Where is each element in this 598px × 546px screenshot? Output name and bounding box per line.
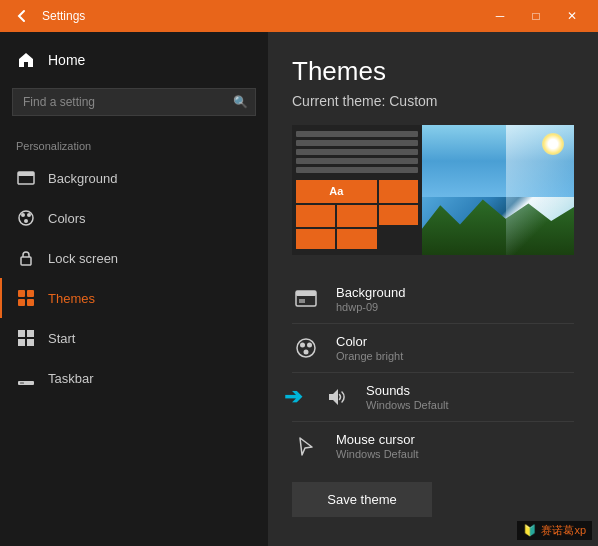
lock-screen-icon — [16, 248, 36, 268]
background-setting-item[interactable]: Background hdwp-09 — [292, 275, 574, 324]
svg-point-5 — [24, 219, 28, 223]
start-icon — [16, 328, 36, 348]
svg-rect-18 — [296, 291, 316, 296]
save-theme-button[interactable]: Save theme — [292, 482, 432, 517]
start-label: Start — [48, 331, 75, 346]
main-layout: Home 🔍 Personalization Background — [0, 32, 598, 546]
preview-tile-5 — [296, 229, 335, 249]
preview-line-2 — [296, 140, 418, 146]
preview-tile-1 — [379, 180, 418, 203]
minimize-button[interactable]: ─ — [484, 4, 516, 28]
content-area: Themes Current theme: Custom Aa — [268, 32, 598, 546]
titlebar-title: Settings — [42, 9, 484, 23]
svg-point-21 — [300, 343, 305, 348]
svg-rect-12 — [27, 330, 34, 337]
color-setting-title: Color — [336, 334, 574, 349]
sidebar-item-background[interactable]: Background — [0, 158, 268, 198]
color-setting-text: Color Orange bright — [336, 334, 574, 362]
preview-bg-image — [422, 125, 574, 255]
sounds-setting-text: Sounds Windows Default — [366, 383, 574, 411]
settings-list: Background hdwp-09 Color Orange bright — [292, 275, 574, 470]
svg-rect-10 — [27, 299, 34, 306]
theme-preview: Aa — [292, 125, 574, 255]
sidebar: Home 🔍 Personalization Background — [0, 32, 268, 546]
search-box: 🔍 — [12, 88, 256, 116]
svg-rect-1 — [18, 172, 34, 176]
taskbar-label: Taskbar — [48, 371, 94, 386]
maximize-button[interactable]: □ — [520, 4, 552, 28]
preview-line-1 — [296, 131, 418, 137]
mouse-cursor-setting-title: Mouse cursor — [336, 432, 574, 447]
sounds-setting-item[interactable]: ➔ Sounds Windows Default — [292, 373, 574, 422]
sounds-setting-icon — [322, 383, 350, 411]
svg-point-3 — [21, 213, 25, 217]
sidebar-item-home[interactable]: Home — [0, 40, 268, 80]
preview-line-5 — [296, 167, 418, 173]
preview-left-panel: Aa — [292, 125, 422, 255]
taskbar-icon — [16, 368, 36, 388]
color-setting-subtitle: Orange bright — [336, 350, 574, 362]
color-setting-item[interactable]: Color Orange bright — [292, 324, 574, 373]
home-label: Home — [48, 52, 85, 68]
search-icon: 🔍 — [233, 95, 248, 109]
background-setting-subtitle: hdwp-09 — [336, 301, 574, 313]
window-controls: ─ □ ✕ — [484, 4, 588, 28]
mouse-cursor-setting-item[interactable]: Mouse cursor Windows Default — [292, 422, 574, 470]
sidebar-item-colors[interactable]: Colors — [0, 198, 268, 238]
themes-label: Themes — [48, 291, 95, 306]
svg-rect-19 — [299, 299, 305, 303]
preview-line-4 — [296, 158, 418, 164]
colors-icon — [16, 208, 36, 228]
home-icon — [16, 50, 36, 70]
mouse-cursor-setting-icon — [292, 432, 320, 460]
sidebar-item-start[interactable]: Start — [0, 318, 268, 358]
sounds-setting-title: Sounds — [366, 383, 574, 398]
svg-rect-11 — [18, 330, 25, 337]
sidebar-item-themes[interactable]: Themes — [0, 278, 268, 318]
sidebar-item-lock-screen[interactable]: Lock screen — [0, 238, 268, 278]
svg-rect-14 — [27, 339, 34, 346]
svg-point-22 — [307, 343, 312, 348]
background-label: Background — [48, 171, 117, 186]
titlebar: Settings ─ □ ✕ — [0, 0, 598, 32]
background-setting-title: Background — [336, 285, 574, 300]
preview-line-3 — [296, 149, 418, 155]
lock-screen-label: Lock screen — [48, 251, 118, 266]
preview-sun — [542, 133, 564, 155]
svg-rect-13 — [18, 339, 25, 346]
color-setting-icon — [292, 334, 320, 362]
current-theme-label: Current theme: Custom — [292, 93, 574, 109]
svg-rect-6 — [21, 257, 31, 265]
svg-rect-16 — [20, 382, 24, 384]
svg-rect-9 — [18, 299, 25, 306]
background-setting-icon — [292, 285, 320, 313]
arrow-icon: ➔ — [284, 384, 302, 410]
preview-tile-aa: Aa — [296, 180, 377, 203]
section-label: Personalization — [0, 124, 268, 158]
search-input[interactable] — [12, 88, 256, 116]
preview-tile-6 — [337, 229, 376, 249]
back-button[interactable] — [10, 4, 34, 28]
colors-label: Colors — [48, 211, 86, 226]
sidebar-item-taskbar[interactable]: Taskbar — [0, 358, 268, 398]
watermark-icon: 🔰 — [523, 524, 537, 537]
watermark-text: 赛诺葛xp — [541, 523, 586, 538]
close-button[interactable]: ✕ — [556, 4, 588, 28]
preview-tile-3 — [337, 205, 376, 228]
svg-rect-7 — [18, 290, 25, 297]
preview-tile-area: Aa — [296, 180, 418, 249]
background-icon — [16, 168, 36, 188]
save-button-row: Save theme — [292, 482, 574, 517]
background-setting-text: Background hdwp-09 — [336, 285, 574, 313]
page-title: Themes — [292, 56, 574, 87]
preview-tile-2 — [296, 205, 335, 228]
preview-tile-4 — [379, 205, 418, 225]
mouse-cursor-setting-text: Mouse cursor Windows Default — [336, 432, 574, 460]
svg-point-23 — [304, 350, 309, 355]
preview-right-panel — [422, 125, 574, 255]
themes-icon — [16, 288, 36, 308]
svg-point-4 — [27, 213, 31, 217]
mouse-cursor-setting-subtitle: Windows Default — [336, 448, 574, 460]
svg-rect-8 — [27, 290, 34, 297]
sounds-setting-subtitle: Windows Default — [366, 399, 574, 411]
